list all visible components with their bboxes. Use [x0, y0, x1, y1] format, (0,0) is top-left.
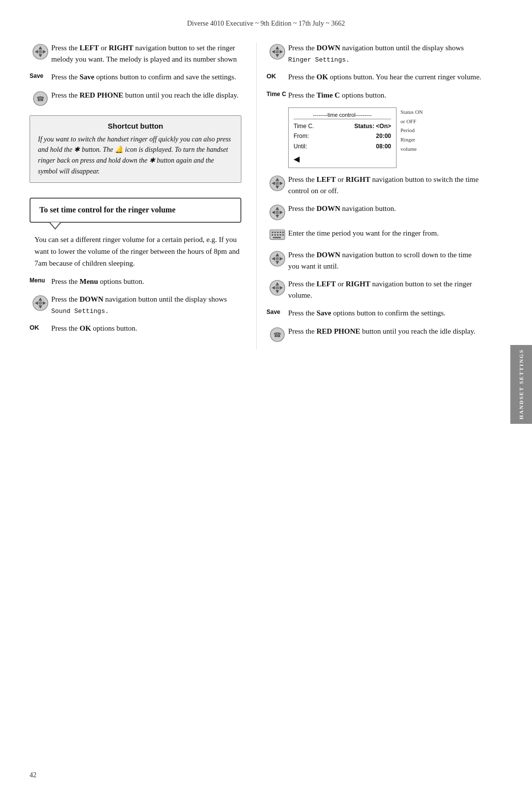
svg-point-19	[275, 50, 279, 54]
right-bottom-6: Save Press the Save options button to co…	[266, 308, 483, 319]
tc-val-1: Status: <On>	[354, 121, 391, 131]
left-instr-3-text: Press the RED PHONE button until you rea…	[51, 90, 241, 101]
left-instr-2: Save Press the Save options button to co…	[30, 71, 241, 83]
phone-icon-2: ☎	[266, 326, 288, 343]
tc-val-3: 08:00	[376, 141, 391, 151]
svg-rect-37	[282, 232, 284, 233]
right-instr-1-text: Press the DOWN navigation button until t…	[288, 42, 483, 65]
svg-point-13	[38, 301, 42, 305]
tc-val-2: 20:00	[376, 131, 391, 141]
shortcut-title: Shortcut button	[38, 122, 233, 130]
svg-rect-41	[279, 235, 281, 236]
svg-point-55	[275, 286, 279, 290]
right-instr-2-text: Press the OK options button. You hear th…	[288, 71, 483, 83]
tc-side-4: Ringer	[400, 135, 423, 144]
left-bottom-2-text: Press the DOWN navigation button until t…	[51, 294, 241, 316]
right-bottom-4: Press the DOWN navigation button to scro…	[266, 249, 483, 272]
svg-rect-43	[273, 237, 281, 239]
nav-icon-rb2	[266, 203, 288, 221]
tc-label-3: Until:	[294, 141, 307, 151]
right-bottom-1-text: Press the LEFT or RIGHT navigation butto…	[288, 174, 483, 196]
time-control-box: --------time control--------- Time C. St…	[288, 107, 397, 168]
svg-point-31	[275, 210, 279, 214]
shortcut-text: If you want to switch the handset ringer…	[38, 134, 233, 177]
svg-point-5	[38, 50, 42, 54]
tc-side-3: Period	[400, 126, 423, 135]
shortcut-box: Shortcut button If you want to switch th…	[30, 115, 241, 183]
left-instr-1-text: Press the LEFT or RIGHT navigation butto…	[51, 42, 241, 65]
page-container: HANDSET SETTINGS Diverse 4010 Executive …	[0, 0, 532, 791]
left-instr-2-text: Press the Save options button to confirm…	[51, 71, 241, 83]
right-bottom-7: ☎ Press the RED PHONE button until you r…	[266, 326, 483, 343]
nav-icon-rb5	[266, 278, 288, 296]
nav-icon-r1	[266, 42, 288, 60]
page-number: 42	[30, 771, 36, 779]
tc-label-2: From:	[294, 131, 309, 141]
phone-icon-1: ☎	[30, 90, 51, 106]
save-label-1: Save	[30, 71, 51, 79]
right-instr-3: Time C Press the Time C options button.	[266, 90, 483, 101]
left-instr-1: Press the LEFT or RIGHT navigation butto…	[30, 42, 241, 65]
tc-arrow-icon: ◀	[294, 154, 299, 164]
nav-icon-rb4	[266, 249, 288, 267]
main-columns: Press the LEFT or RIGHT navigation butto…	[0, 42, 532, 349]
save-label-2: Save	[266, 308, 288, 315]
left-instr-3: ☎ Press the RED PHONE button until you r…	[30, 90, 241, 106]
menu-label: Menu	[30, 276, 51, 284]
tc-label-1: Time C.	[294, 121, 314, 131]
left-bottom-2: Press the DOWN navigation button until t…	[30, 294, 241, 316]
right-bottom-5-text: Press the LEFT or RIGHT navigation butto…	[288, 278, 483, 301]
left-bottom-3: OK Press the OK options button.	[30, 323, 241, 334]
right-bottom-7-text: Press the RED PHONE button until you rea…	[288, 326, 483, 337]
svg-rect-36	[279, 232, 281, 233]
left-bottom-1-text: Press the Menu options button.	[51, 276, 241, 287]
right-bottom-4-text: Press the DOWN navigation button to scro…	[288, 249, 483, 272]
right-column: Press the DOWN navigation button until t…	[256, 42, 483, 349]
section-box-arrow-inner	[50, 222, 60, 228]
tc-row-3: Until: 08:00	[294, 141, 391, 151]
right-instr-3-text: Press the Time C options button.	[288, 90, 483, 101]
right-bottom-1: Press the LEFT or RIGHT navigation butto…	[266, 174, 483, 196]
tc-side-2: or OFF	[400, 117, 423, 126]
tc-row-2: From: 20:00	[294, 131, 391, 141]
svg-rect-39	[274, 235, 276, 236]
section-intro: You can set a different ringer volume fo…	[30, 234, 241, 269]
tc-row-1: Time C. Status: <On>	[294, 121, 391, 131]
time-control-container: --------time control--------- Time C. St…	[288, 107, 483, 168]
right-bottom-6-text: Press the Save options button to confirm…	[288, 308, 483, 319]
nav-icon-2	[30, 294, 51, 311]
left-bottom-3-text: Press the OK options button.	[51, 323, 241, 334]
right-bottom-3: Enter the time period you want for the r…	[266, 228, 483, 242]
svg-rect-42	[282, 235, 284, 236]
left-bottom-1: Menu Press the Menu options button.	[30, 276, 241, 287]
section-box-title: To set time control for the ringer volum…	[39, 205, 232, 215]
ok-label-left: OK	[30, 323, 51, 331]
right-bottom-2: Press the DOWN navigation button.	[266, 203, 483, 221]
right-instr-1: Press the DOWN navigation button until t…	[266, 42, 483, 65]
tc-left: --------time control--------- Time C. St…	[294, 112, 391, 164]
nav-icon-1	[30, 42, 51, 60]
svg-rect-40	[277, 235, 279, 236]
tc-header: --------time control---------	[294, 112, 391, 119]
side-tab: HANDSET SETTINGS	[510, 345, 532, 424]
svg-text:☎: ☎	[36, 95, 44, 102]
ok-label-right: OK	[266, 71, 288, 80]
left-column: Press the LEFT or RIGHT navigation butto…	[30, 42, 256, 349]
svg-rect-33	[271, 232, 273, 233]
tc-side-1: Status ON	[400, 107, 423, 117]
timec-label: Time C	[266, 90, 288, 98]
right-bottom-2-text: Press the DOWN navigation button.	[288, 203, 483, 214]
tc-arrow-row: ◀	[294, 153, 391, 164]
nav-icon-rb1	[266, 174, 288, 192]
right-bottom-3-text: Enter the time period you want for the r…	[288, 228, 483, 239]
right-instr-2: OK Press the OK options button. You hear…	[266, 71, 483, 83]
svg-text:☎: ☎	[273, 331, 281, 338]
right-bottom-5: Press the LEFT or RIGHT navigation butto…	[266, 278, 483, 301]
tc-side-labels: Status ON or OFF Period Ringer volume	[400, 107, 423, 153]
kbd-icon-container	[266, 228, 288, 242]
svg-rect-38	[271, 235, 273, 236]
svg-rect-35	[277, 232, 279, 233]
section-box: To set time control for the ringer volum…	[30, 198, 241, 222]
svg-point-25	[275, 181, 279, 185]
svg-point-49	[275, 257, 279, 261]
